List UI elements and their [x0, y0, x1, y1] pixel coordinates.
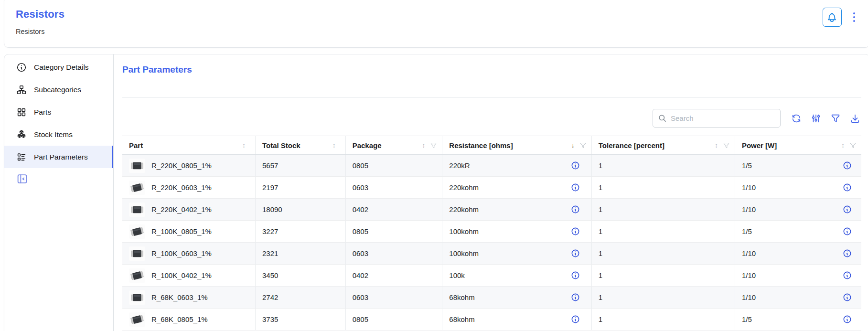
header-actions [823, 8, 857, 27]
sidebar-item-parts[interactable]: Parts [4, 101, 113, 123]
table-row[interactable]: R_220K_0402_1% 18090 0402 220kohm 1 1/10 [122, 199, 861, 221]
package-value: 0603 [345, 177, 442, 199]
sidebar-item-label: Parts [34, 108, 51, 117]
breadcrumb-item[interactable]: Resistors [16, 28, 44, 35]
part-thumbnail [129, 312, 145, 327]
filter-button[interactable] [829, 112, 842, 125]
part-thumbnail [129, 268, 145, 283]
table-row[interactable]: R_68K_0603_1% 2742 0603 68kohm 1 1/10 [122, 287, 861, 309]
resistance-info-button[interactable] [571, 293, 580, 302]
power-info-button[interactable] [843, 271, 852, 280]
power-value: 1/10 [742, 205, 756, 214]
resistance-value: 68kohm [449, 293, 474, 301]
table-row[interactable]: R_100K_0402_1% 3450 0402 100k 1 1/10 [122, 265, 861, 287]
column-filter-icon[interactable] [723, 142, 730, 149]
resistance-value: 220kohm [449, 183, 479, 192]
resistance-info-button[interactable] [571, 249, 580, 258]
column-label: Resistance [ohms] [449, 141, 571, 149]
sitemap-icon [16, 85, 27, 95]
sidebar-item-stock-items[interactable]: Stock Items [4, 123, 113, 146]
info-circle-icon [843, 183, 852, 192]
total-stock-value: 2742 [255, 287, 345, 309]
sidebar-item-part-parameters[interactable]: Part Parameters [4, 146, 113, 168]
info-circle-icon [843, 205, 852, 214]
search-input[interactable] [671, 114, 775, 122]
info-circle-icon [843, 249, 852, 258]
tolerance-value: 1 [591, 199, 735, 221]
sidebar-item-label: Category Details [34, 63, 89, 72]
info-circle-icon [843, 161, 852, 170]
sidebar-collapse-icon [16, 173, 28, 185]
column-filter-icon[interactable] [430, 142, 437, 149]
sort-icon: ↕ [422, 141, 425, 149]
overflow-menu-button[interactable] [851, 10, 857, 25]
resistance-info-button[interactable] [571, 227, 580, 236]
resistance-info-button[interactable] [571, 315, 580, 324]
sidebar-item-label: Stock Items [34, 130, 73, 139]
resistance-info-button[interactable] [571, 183, 580, 192]
info-circle-icon [571, 271, 580, 280]
resistance-value: 100kohm [449, 249, 479, 257]
column-header-package[interactable]: Package↕ [345, 136, 442, 155]
download-button[interactable] [849, 112, 861, 125]
bell-icon [826, 12, 837, 23]
part-name: R_100K_0805_1% [151, 227, 212, 235]
table-options-button[interactable] [810, 112, 822, 125]
column-header-stock[interactable]: Total Stock↕ [255, 136, 345, 155]
column-label: Part [129, 141, 242, 149]
adjustments-icon [811, 113, 821, 124]
column-header-power[interactable]: Power [W]↕ [735, 136, 861, 155]
info-circle-icon [16, 62, 27, 73]
sort-icon: ↕ [715, 141, 718, 149]
column-label: Total Stock [262, 141, 332, 149]
part-name: R_68K_0805_1% [151, 315, 208, 323]
resistance-info-button[interactable] [571, 161, 580, 170]
collapse-sidebar-button[interactable] [16, 173, 28, 185]
total-stock-value: 3735 [255, 309, 345, 331]
column-header-tolerance[interactable]: Tolerance [percent]↕ [591, 136, 735, 155]
refresh-button[interactable] [790, 112, 803, 125]
power-info-button[interactable] [843, 249, 852, 258]
power-info-button[interactable] [843, 161, 852, 170]
table-row[interactable]: R_220K_0805_1% 5657 0805 220kR 1 1/5 [122, 155, 861, 177]
power-info-button[interactable] [843, 227, 852, 236]
table-header-row: Part↕ Total Stock↕ Package↕ Resistance [… [122, 136, 861, 155]
power-info-button[interactable] [843, 293, 852, 302]
info-circle-icon [843, 227, 852, 236]
part-parameters-panel: Part Parameters Part↕ Total Stock↕ [114, 54, 868, 331]
resistance-value: 220kohm [449, 205, 479, 214]
column-filter-icon[interactable] [579, 142, 587, 149]
packages-icon [16, 129, 27, 140]
column-filter-icon[interactable] [849, 142, 857, 149]
section-title: Part Parameters [122, 64, 861, 75]
column-header-resistance[interactable]: Resistance [ohms]↓ [442, 136, 591, 155]
sort-icon: ↕ [841, 141, 845, 149]
total-stock-value: 2197 [255, 177, 345, 199]
resistance-info-button[interactable] [571, 271, 580, 280]
sidebar-item-category-details[interactable]: Category Details [4, 56, 113, 78]
power-info-button[interactable] [843, 315, 852, 324]
total-stock-value: 3227 [255, 221, 345, 243]
notifications-button[interactable] [823, 8, 842, 27]
table-row[interactable]: R_68K_0805_1% 3735 0805 68kohm 1 1/5 [122, 309, 861, 331]
part-name: R_220K_0805_1% [151, 161, 212, 170]
part-thumbnail [129, 246, 145, 261]
sort-desc-icon: ↓ [571, 141, 575, 149]
refresh-icon [791, 113, 802, 124]
sort-icon: ↕ [242, 141, 246, 149]
power-value: 1/10 [742, 271, 756, 279]
table-row[interactable]: R_220K_0603_1% 2197 0603 220kohm 1 1/10 [122, 177, 861, 199]
table-toolbar [122, 109, 861, 128]
table-row[interactable]: R_100K_0805_1% 3227 0805 100kohm 1 1/5 [122, 221, 861, 243]
table-row[interactable]: R_100K_0603_1% 2321 0603 100kohm 1 1/10 [122, 243, 861, 265]
sidebar-item-subcategories[interactable]: Subcategories [4, 78, 113, 101]
power-value: 1/10 [742, 249, 756, 257]
dots-vertical-icon [853, 12, 856, 15]
power-info-button[interactable] [843, 205, 852, 214]
resistance-info-button[interactable] [571, 205, 580, 214]
total-stock-value: 18090 [255, 199, 345, 221]
column-header-part[interactable]: Part↕ [122, 136, 255, 155]
package-value: 0805 [345, 221, 442, 243]
power-value: 1/5 [742, 315, 752, 323]
power-info-button[interactable] [843, 183, 852, 192]
